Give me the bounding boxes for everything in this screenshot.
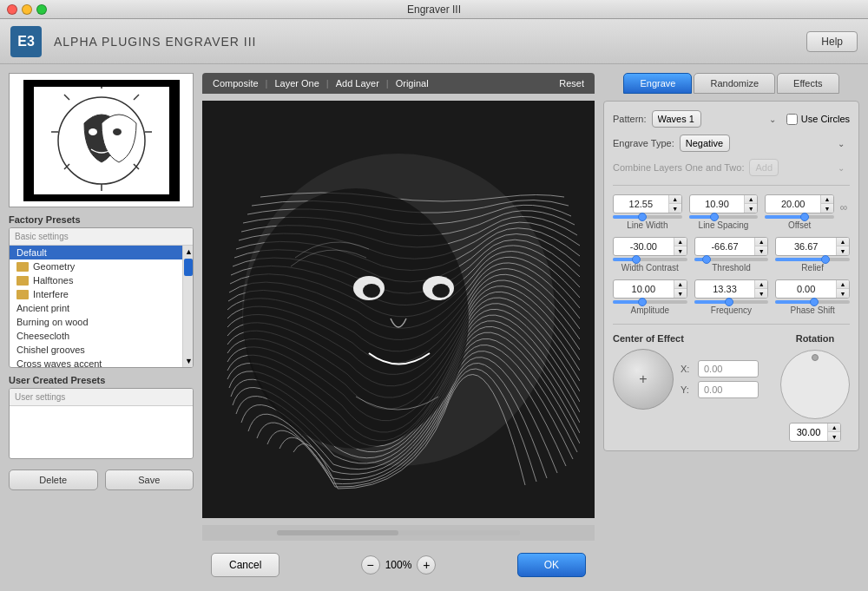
line-width-spinner[interactable]: 12.55 ▲ ▼ — [613, 194, 682, 213]
threshold-slider[interactable] — [694, 258, 769, 261]
canvas-area — [202, 101, 595, 518]
list-item[interactable]: Geometry — [10, 259, 182, 273]
phase-shift-slider[interactable] — [775, 300, 850, 304]
line-spacing-slider[interactable] — [689, 215, 759, 219]
amplitude-up[interactable]: ▲ — [674, 280, 687, 289]
tab-effects[interactable]: Effects — [777, 73, 838, 94]
ok-button[interactable]: OK — [517, 553, 586, 577]
preset-scrollbar[interactable]: ▲ ▼ — [182, 246, 193, 367]
threshold-thumb[interactable] — [702, 255, 711, 264]
frequency-spinner[interactable]: 13.33 ▲ ▼ — [694, 279, 769, 299]
width-contrast-slider[interactable] — [613, 258, 687, 261]
pattern-select[interactable]: Waves 1 Waves 2 Lines — [652, 110, 701, 128]
line-spacing-spinner[interactable]: 10.90 ▲ ▼ — [689, 194, 759, 213]
minimize-button[interactable] — [22, 4, 32, 15]
offset-spinner[interactable]: 20.00 ▲ ▼ — [765, 194, 834, 213]
window-controls[interactable] — [7, 4, 47, 15]
relief-slider[interactable] — [775, 258, 850, 261]
composite-view[interactable]: Composite — [213, 78, 259, 89]
rotation-down[interactable]: ▼ — [828, 432, 840, 441]
frequency-up[interactable]: ▲ — [755, 280, 767, 289]
controls-row-3: 10.00 ▲ ▼ Amplitude — [613, 279, 850, 315]
amplitude-fill — [613, 300, 641, 304]
cancel-button[interactable]: Cancel — [211, 553, 279, 577]
phase-shift-up[interactable]: ▲ — [837, 280, 849, 289]
zoom-out-button[interactable]: − — [361, 555, 380, 575]
add-layer-view[interactable]: Add Layer — [336, 78, 379, 89]
frequency-slider[interactable] — [694, 300, 769, 304]
width-contrast-spinner[interactable]: -30.00 ▲ ▼ — [613, 237, 687, 256]
offset-down[interactable]: ▼ — [821, 204, 833, 213]
line-width-slider[interactable] — [613, 215, 682, 219]
list-item[interactable]: Cheesecloth — [10, 329, 182, 343]
phase-shift-down[interactable]: ▼ — [837, 289, 849, 298]
relief-fill — [775, 258, 824, 261]
zoom-in-button[interactable]: + — [417, 555, 436, 575]
offset-up[interactable]: ▲ — [821, 195, 833, 204]
zoom-slider-track[interactable] — [277, 530, 520, 535]
effect-circle-knob[interactable]: + — [613, 349, 674, 410]
amplitude-down[interactable]: ▼ — [674, 289, 687, 298]
delete-button[interactable]: Delete — [9, 470, 98, 490]
y-row: Y: — [681, 381, 772, 398]
line-width-up[interactable]: ▲ — [669, 195, 681, 204]
threshold-spinner[interactable]: -66.67 ▲ ▼ — [694, 237, 769, 256]
close-button[interactable] — [7, 4, 17, 15]
combine-layers-label: Combine Layers One and Two: — [613, 162, 744, 173]
phase-shift-spinner[interactable]: 0.00 ▲ ▼ — [775, 279, 850, 299]
relief-thumb[interactable] — [821, 255, 830, 264]
y-input[interactable] — [698, 381, 759, 398]
line-width-down[interactable]: ▼ — [669, 204, 681, 213]
list-item[interactable]: Burning on wood — [10, 315, 182, 329]
relief-down[interactable]: ▼ — [837, 246, 849, 255]
phase-shift-value: 0.00 — [776, 281, 836, 297]
line-spacing-down[interactable]: ▼ — [745, 204, 757, 213]
list-item[interactable]: Chishel grooves — [10, 343, 182, 357]
amplitude-thumb[interactable] — [638, 298, 647, 306]
engrave-type-select[interactable]: Negative Positive — [680, 135, 730, 152]
original-view[interactable]: Original — [396, 78, 429, 89]
frequency-thumb[interactable] — [725, 298, 733, 306]
phase-shift-thumb[interactable] — [810, 298, 819, 306]
rotation-up[interactable]: ▲ — [828, 424, 840, 432]
list-item[interactable]: Cross waves accent — [10, 357, 182, 367]
save-button[interactable]: Save — [105, 470, 194, 490]
x-input[interactable] — [698, 360, 759, 378]
relief-spinner[interactable]: 36.67 ▲ ▼ — [775, 237, 850, 256]
rotation-indicator — [812, 354, 819, 361]
list-item[interactable]: Interfere — [10, 287, 182, 301]
offset-slider[interactable] — [765, 215, 834, 219]
frequency-down[interactable]: ▼ — [755, 289, 767, 298]
help-button[interactable]: Help — [806, 31, 858, 52]
width-contrast-down[interactable]: ▼ — [674, 246, 687, 255]
layer-one-view[interactable]: Layer One — [274, 78, 319, 89]
offset-value: 20.00 — [766, 196, 820, 212]
width-contrast-up[interactable]: ▲ — [674, 238, 687, 246]
list-item[interactable]: Halftones — [10, 273, 182, 287]
amplitude-slider[interactable] — [613, 300, 687, 304]
phase-shift-label: Phase Shift — [791, 305, 835, 315]
tab-engrave[interactable]: Engrave — [623, 73, 692, 94]
reset-button[interactable]: Reset — [559, 78, 584, 89]
pattern-row: Pattern: Waves 1 Waves 2 Lines ⌄ Use Cir… — [613, 110, 850, 128]
amplitude-control: 10.00 ▲ ▼ Amplitude — [613, 279, 687, 315]
relief-up[interactable]: ▲ — [837, 238, 849, 246]
line-spacing-up[interactable]: ▲ — [745, 195, 757, 204]
width-contrast-thumb[interactable] — [632, 255, 641, 264]
list-item[interactable]: Ancient print — [10, 301, 182, 315]
maximize-button[interactable] — [36, 4, 47, 15]
amplitude-spinner[interactable]: 10.00 ▲ ▼ — [613, 279, 687, 299]
tab-randomize[interactable]: Randomize — [694, 73, 775, 94]
list-item[interactable]: Default — [10, 246, 182, 259]
threshold-up[interactable]: ▲ — [755, 238, 767, 246]
scroll-thumb[interactable] — [184, 259, 193, 276]
rotation-knob[interactable] — [780, 350, 850, 419]
use-circles-checkbox[interactable] — [786, 114, 798, 125]
engrave-type-select-wrapper: Negative Positive ⌄ — [680, 135, 850, 152]
offset-fill — [765, 215, 803, 219]
threshold-down[interactable]: ▼ — [755, 246, 767, 255]
line-width-thumb[interactable] — [638, 213, 647, 221]
line-spacing-thumb[interactable] — [710, 213, 719, 221]
svg-rect-15 — [23, 194, 180, 201]
offset-thumb[interactable] — [800, 213, 809, 221]
